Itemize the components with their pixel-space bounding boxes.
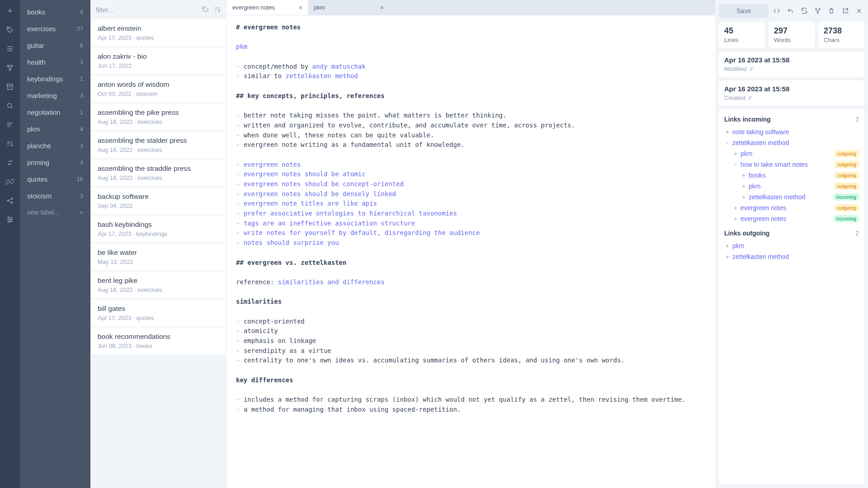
link-andy[interactable]: andy matuschak — [312, 63, 366, 70]
link-badge: outgoing — [835, 172, 859, 179]
label-health[interactable]: health3 — [20, 54, 90, 70]
label-stoicism[interactable]: stoicism3 — [20, 188, 90, 204]
linked-note[interactable]: note taking software — [732, 128, 859, 136]
svg-rect-4 — [7, 84, 13, 86]
close-panel-icon[interactable] — [854, 5, 864, 17]
new-note-icon[interactable] — [5, 6, 14, 15]
linked-note[interactable]: books — [749, 172, 835, 179]
svg-point-0 — [8, 28, 9, 29]
external-icon[interactable] — [840, 5, 850, 17]
expand-toggle[interactable]: + — [732, 150, 739, 157]
expand-toggle[interactable]: + — [724, 242, 731, 249]
expand-toggle[interactable]: + — [741, 183, 747, 190]
filter-sort-icon[interactable] — [213, 5, 222, 14]
linked-note[interactable]: pkm — [741, 150, 835, 157]
filter-input[interactable] — [96, 6, 198, 14]
swap-icon[interactable] — [5, 158, 14, 167]
note-item[interactable]: bill gatesApr 17, 2023 · quotes — [91, 300, 226, 326]
note-item[interactable]: assembling the stalder pressAug 16, 2022… — [91, 131, 226, 158]
linked-note[interactable]: zettelkasten method — [732, 139, 859, 146]
label-negotiation[interactable]: negotiation1 — [20, 104, 90, 121]
links-incoming-header: Links incoming 2 — [724, 116, 859, 123]
label-priming[interactable]: priming4 — [20, 154, 90, 171]
settings-icon[interactable] — [5, 215, 14, 224]
note-item[interactable]: backup softwareSep 04, 2022 — [91, 188, 226, 214]
link-badge: outgoing — [835, 150, 859, 157]
tab-pkm[interactable]: pkm× — [308, 0, 390, 15]
tab-bar: evergreen notes×pkm× — [227, 0, 715, 15]
link-pkm[interactable]: pkm — [236, 43, 247, 50]
note-item[interactable]: assembling the pike pressAug 16, 2022 · … — [91, 103, 226, 130]
expand-toggle[interactable]: + — [732, 215, 739, 222]
label-books[interactable]: books9 — [20, 4, 90, 20]
note-item[interactable]: anton words of wisdomOct 03, 2022 · stoi… — [91, 75, 226, 102]
tab-evergreen-notes[interactable]: evergreen notes× — [227, 0, 308, 15]
note-item[interactable]: assembling the straddle pressAug 16, 202… — [91, 160, 226, 186]
archive-icon[interactable] — [5, 82, 14, 91]
note-item[interactable]: alon zakriv - bioJun 17, 2022 — [91, 47, 226, 74]
note-item[interactable]: bent leg pikeAug 16, 2022 · exercises — [91, 272, 226, 298]
linked-note[interactable]: pkm — [732, 242, 859, 249]
expand-toggle[interactable]: + — [724, 253, 731, 260]
side-panel: Save 45 Lines 297 Words 2738 Chars — [715, 0, 868, 488]
svg-point-12 — [204, 8, 205, 9]
label-guitar[interactable]: guitar6 — [20, 37, 90, 54]
expand-toggle[interactable]: + — [741, 193, 747, 201]
label-exercises[interactable]: exercises37 — [20, 20, 90, 37]
expand-toggle[interactable]: + — [741, 172, 747, 179]
expand-toggle[interactable]: - — [732, 161, 739, 168]
svg-point-8 — [11, 202, 13, 203]
iconbar — [0, 0, 20, 488]
notes-scroll[interactable]: albert einsteinApr 17, 2023 · quotesalon… — [90, 19, 227, 488]
filter-tag-icon[interactable] — [202, 5, 210, 14]
link-badge: outgoing — [835, 161, 859, 168]
svg-point-13 — [816, 9, 817, 10]
label-marketing[interactable]: marketing3 — [20, 87, 90, 104]
link-row: +pkmoutgoing — [724, 181, 859, 192]
undo-icon[interactable] — [785, 5, 796, 17]
label-keybindings[interactable]: keybindings1 — [20, 70, 90, 87]
link-zettel[interactable]: zettelkasten method — [286, 72, 358, 80]
linked-note[interactable]: zettelkasten method — [749, 193, 834, 201]
code-icon[interactable] — [771, 5, 782, 17]
trash-icon[interactable] — [826, 5, 837, 17]
graph-panel-icon[interactable] — [812, 5, 823, 17]
save-button[interactable]: Save — [719, 4, 769, 18]
svg-point-14 — [819, 9, 821, 10]
linked-note[interactable]: pkm — [749, 183, 835, 190]
graph-icon[interactable] — [5, 63, 14, 72]
list-icon[interactable] — [5, 120, 14, 129]
expand-toggle[interactable]: + — [724, 128, 731, 136]
unlink-icon[interactable] — [5, 177, 14, 186]
label-pkm[interactable]: pkm4 — [20, 121, 90, 137]
sort-icon[interactable] — [5, 139, 14, 148]
svg-point-5 — [8, 103, 12, 108]
stack-icon[interactable] — [5, 44, 14, 53]
note-item[interactable]: be like waterMay 12, 2022 — [91, 244, 226, 270]
search-icon[interactable] — [5, 101, 14, 110]
linked-note[interactable]: evergreen notes — [741, 204, 835, 211]
stat-chars: 2738 Chars — [818, 22, 864, 48]
link-badge: incoming — [834, 215, 859, 222]
link-badge: incoming — [834, 193, 859, 201]
sync-icon[interactable] — [799, 5, 810, 17]
note-item[interactable]: bash keybindingsApr 17, 2023 · keybindin… — [91, 216, 226, 242]
expand-toggle[interactable]: - — [724, 139, 731, 146]
linked-note[interactable]: evergreen notes — [741, 215, 834, 222]
linked-note[interactable]: how to take smart notes — [741, 161, 835, 168]
expand-toggle[interactable]: + — [732, 204, 739, 211]
editor[interactable]: # evergreen notes pkm - concept/method b… — [227, 15, 715, 488]
close-tab-icon[interactable]: × — [380, 4, 384, 11]
svg-point-11 — [9, 221, 10, 222]
close-tab-icon[interactable]: × — [299, 4, 302, 11]
note-item[interactable]: book recommendationsJun 08, 2023 · books — [91, 328, 226, 354]
link-row: +booksoutgoing — [724, 170, 859, 181]
note-item[interactable]: albert einsteinApr 17, 2023 · quotes — [91, 19, 226, 46]
tag-icon[interactable] — [5, 25, 14, 34]
new-label[interactable]: new label...+ — [20, 204, 90, 221]
linked-note[interactable]: zettelkasten method — [732, 253, 859, 260]
label-planche[interactable]: planche3 — [20, 137, 90, 154]
label-quotes[interactable]: quotes16 — [20, 171, 90, 188]
share-icon[interactable] — [5, 196, 14, 205]
svg-point-7 — [11, 198, 13, 199]
